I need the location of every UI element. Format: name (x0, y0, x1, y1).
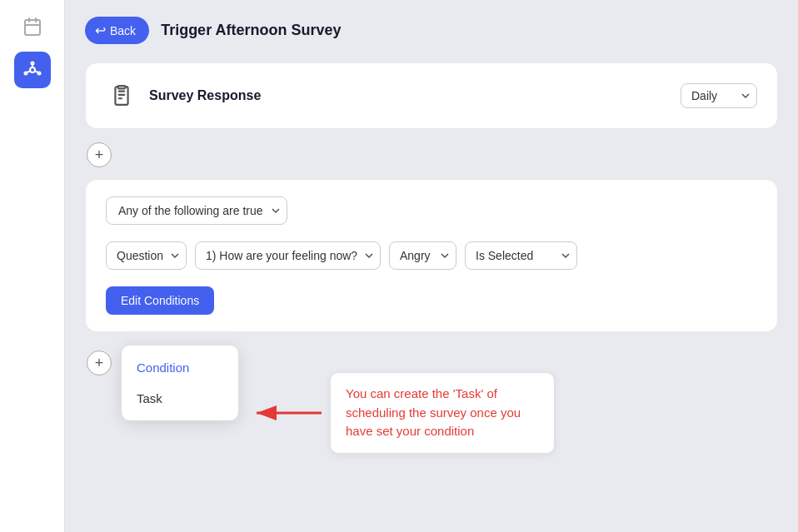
header: ↩ Back Trigger Afternoon Survey (85, 17, 778, 44)
tooltip-text: You can create the 'Task' of scheduling … (330, 372, 555, 454)
frequency-select[interactable]: Daily Weekly Monthly (681, 83, 757, 108)
state-select[interactable]: Is Selected Is Not Selected (465, 241, 577, 270)
emotion-select[interactable]: Angry Happy Sad (389, 241, 456, 270)
svg-rect-15 (118, 86, 126, 88)
dropdown-item-condition[interactable]: Condition (122, 352, 238, 383)
tooltip-area: You can create the 'Task' of scheduling … (248, 372, 555, 454)
add-block-button[interactable]: + (87, 142, 112, 167)
bottom-plus-area: + Condition Task (85, 346, 778, 454)
survey-response-label: Survey Response (149, 88, 669, 103)
svg-rect-0 (25, 20, 40, 35)
calendar-icon[interactable] (14, 8, 51, 45)
sidebar (0, 0, 65, 532)
edit-conditions-button[interactable]: Edit Conditions (106, 286, 214, 315)
conditions-card: Any of the following are true All of the… (85, 179, 778, 332)
condition-row: Question 1) How are your feeling now? An… (106, 241, 757, 270)
add-item-button[interactable]: + (87, 351, 112, 375)
network-icon[interactable] (14, 52, 51, 88)
red-arrow-icon (248, 400, 323, 425)
back-label: Back (110, 24, 136, 37)
dropdown-item-task[interactable]: Task (122, 383, 238, 414)
back-button[interactable]: ↩ Back (85, 17, 149, 44)
svg-line-9 (34, 71, 37, 72)
main-content: ↩ Back Trigger Afternoon Survey Survey R… (65, 0, 798, 532)
back-arrow-icon: ↩ (95, 22, 106, 38)
survey-response-row: Survey Response Daily Weekly Monthly (106, 80, 757, 112)
svg-line-10 (27, 71, 30, 72)
page-title: Trigger Afternoon Survey (161, 22, 341, 39)
any-of-dropdown[interactable]: Any of the following are true All of the… (106, 196, 287, 225)
question-detail-select[interactable]: 1) How are your feeling now? (195, 241, 381, 270)
question-type-select[interactable]: Question (106, 241, 187, 270)
add-item-dropdown: Condition Task (122, 346, 238, 420)
survey-icon (106, 80, 137, 112)
survey-response-card: Survey Response Daily Weekly Monthly (85, 62, 778, 129)
